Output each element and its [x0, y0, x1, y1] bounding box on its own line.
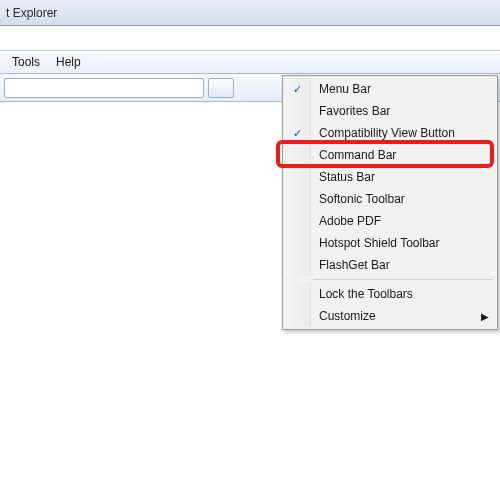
menu-icon-slot — [285, 144, 311, 166]
context-menu-item[interactable]: Compatibility View Button — [285, 122, 495, 144]
menu-icon-slot — [285, 254, 311, 276]
context-menu-label: Lock the Toolbars — [311, 287, 481, 301]
context-menu-label: Softonic Toolbar — [311, 192, 481, 206]
context-menu-label: Command Bar — [311, 148, 481, 162]
context-menu-item[interactable]: FlashGet Bar — [285, 254, 495, 276]
window-title: t Explorer — [6, 6, 57, 20]
context-menu-item[interactable]: Lock the Toolbars — [285, 283, 495, 305]
menu-icon-slot — [285, 232, 311, 254]
menu-icon-slot — [285, 210, 311, 232]
menu-tools[interactable]: Tools — [4, 53, 48, 71]
go-button[interactable] — [208, 78, 234, 98]
titlebar-gap — [0, 26, 500, 50]
menu-icon-slot — [285, 188, 311, 210]
toolbar-context-menu: Menu BarFavorites BarCompatibility View … — [282, 75, 498, 330]
address-field[interactable] — [4, 78, 204, 98]
context-menu-item[interactable]: Customize▶ — [285, 305, 495, 327]
context-menu-item[interactable]: Status Bar — [285, 166, 495, 188]
context-menu-label: Adobe PDF — [311, 214, 481, 228]
menu-icon-slot — [285, 100, 311, 122]
menu-icon-slot — [285, 305, 311, 327]
context-menu-label: Hotspot Shield Toolbar — [311, 236, 481, 250]
context-menu-label: Favorites Bar — [311, 104, 481, 118]
context-menu-label: Status Bar — [311, 170, 481, 184]
menu-icon-slot — [285, 166, 311, 188]
menu-bar: Tools Help — [0, 50, 500, 74]
context-menu-item[interactable]: Command Bar — [285, 144, 495, 166]
context-menu-label: Menu Bar — [311, 82, 481, 96]
menu-help[interactable]: Help — [48, 53, 89, 71]
context-menu-item[interactable]: Adobe PDF — [285, 210, 495, 232]
menu-icon-slot — [285, 283, 311, 305]
context-menu-label: Compatibility View Button — [311, 126, 481, 140]
check-icon — [285, 122, 311, 144]
context-menu-item[interactable]: Softonic Toolbar — [285, 188, 495, 210]
context-menu-separator — [313, 279, 493, 280]
window-titlebar: t Explorer — [0, 0, 500, 26]
submenu-arrow-icon: ▶ — [481, 311, 495, 322]
check-icon — [285, 78, 311, 100]
context-menu-label: Customize — [311, 309, 481, 323]
context-menu-label: FlashGet Bar — [311, 258, 481, 272]
context-menu-item[interactable]: Menu Bar — [285, 78, 495, 100]
context-menu-item[interactable]: Favorites Bar — [285, 100, 495, 122]
context-menu-item[interactable]: Hotspot Shield Toolbar — [285, 232, 495, 254]
